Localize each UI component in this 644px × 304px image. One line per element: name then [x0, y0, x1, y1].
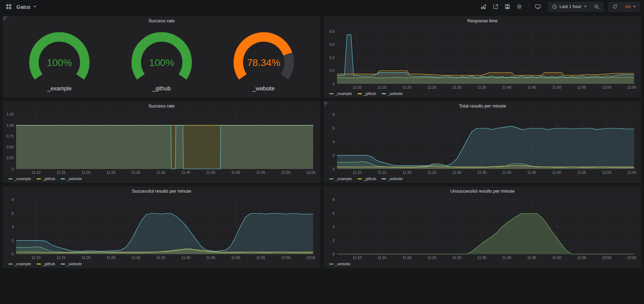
panel-success-rate-graph: Success rate 11:1011:1511:2011:2511:3011… — [3, 101, 320, 183]
panel-info-icon[interactable] — [3, 16, 9, 22]
legend-item-_example[interactable]: _example — [329, 177, 352, 181]
series-area-_website — [337, 214, 634, 254]
chart-canvas[interactable]: 11:1011:1511:2011:2511:3011:3511:4011:45… — [3, 109, 320, 176]
x-tick-label: 11:25 — [427, 255, 437, 260]
y-tick-label: 0 — [332, 82, 335, 86]
refresh-interval-picker[interactable]: 1m — [621, 2, 640, 12]
panel-unsuccessful-results: Unsuccessful results per minute 11:1011:… — [324, 186, 641, 268]
x-tick-label: 12:05 — [627, 85, 636, 89]
x-tick-label: 11:50 — [552, 255, 561, 260]
chart-canvas[interactable]: 11:1011:1511:2011:2511:3011:3511:4011:45… — [324, 24, 641, 91]
legend-item-_github[interactable]: _github — [37, 177, 55, 181]
x-tick-label: 11:40 — [502, 85, 511, 89]
panel-title[interactable]: Success rate — [3, 16, 320, 24]
refresh-button[interactable] — [609, 2, 621, 12]
x-tick-label: 11:15 — [57, 255, 66, 260]
legend-item-_example[interactable]: _example — [329, 91, 352, 96]
x-tick-label: 11:50 — [552, 170, 561, 175]
gauge-_github: 100%_github — [116, 30, 207, 92]
legend-item-_example[interactable]: _example — [8, 177, 31, 181]
x-tick-label: 11:10 — [352, 255, 361, 260]
dashboards-grid-icon[interactable] — [4, 3, 13, 10]
x-tick-label: 11:10 — [352, 85, 361, 89]
time-range-caret-down-icon — [584, 6, 587, 7]
legend-item-_website[interactable]: _website — [382, 91, 403, 96]
x-tick-label: 12:00 — [281, 170, 290, 175]
x-tick-label: 12:00 — [602, 85, 611, 89]
x-tick-label: 11:50 — [231, 255, 240, 260]
legend-swatch — [329, 178, 334, 179]
panel-title[interactable]: Unsuccessful results per minute — [324, 186, 641, 194]
y-tick-label: 0.8 — [329, 29, 335, 34]
add-panel-button[interactable] — [479, 2, 489, 11]
chart-canvas[interactable]: 11:1011:1511:2011:2511:3011:3511:4011:45… — [3, 194, 320, 261]
time-range-picker[interactable]: Last 1 hour — [548, 2, 591, 12]
cycle-view-button[interactable] — [533, 2, 543, 11]
legend-item-_website[interactable]: _website — [61, 177, 82, 181]
panel-total-results: Total results per minute 11:1011:1511:20… — [324, 101, 641, 183]
legend-swatch — [8, 264, 13, 265]
legend-item-_github[interactable]: _github — [37, 262, 55, 266]
x-tick-label: 11:35 — [477, 170, 486, 175]
legend-series-name: _github — [364, 177, 376, 181]
x-tick-label: 11:45 — [206, 170, 215, 175]
legend-swatch — [8, 178, 13, 179]
legend-series-name: _github — [364, 91, 376, 96]
panel-title[interactable]: Success rate — [3, 101, 320, 109]
zoom-out-button[interactable] — [591, 2, 603, 12]
x-tick-label: 12:00 — [602, 170, 611, 175]
x-tick-label: 11:30 — [131, 255, 140, 260]
legend-item-_website[interactable]: _website — [329, 262, 350, 266]
panel-successful-results: Successful results per minute 11:1011:15… — [3, 186, 320, 268]
legend-item-_github[interactable]: _github — [358, 177, 376, 181]
legend-item-_github[interactable]: _github — [358, 91, 376, 96]
legend-item-_example[interactable]: _example — [8, 262, 31, 266]
y-tick-label: 0.6 — [329, 42, 335, 46]
navbar-divider — [528, 3, 529, 10]
x-tick-label: 11:40 — [502, 170, 511, 175]
y-tick-label: 0 — [12, 252, 14, 256]
x-tick-label: 12:00 — [602, 255, 611, 260]
save-icon — [505, 4, 510, 9]
legend: _example_github_website — [324, 91, 641, 98]
dashboard-settings-button[interactable] — [514, 2, 524, 11]
chart-body-unsuccessful-results[interactable]: 11:1011:1511:2011:2511:3011:3511:4011:45… — [324, 194, 641, 261]
chart-canvas[interactable]: 11:1011:1511:2011:2511:3011:3511:4011:45… — [324, 109, 641, 176]
panel-title[interactable]: Successful results per minute — [3, 186, 320, 194]
panel-info-icon[interactable] — [324, 101, 330, 107]
clock-icon — [552, 4, 557, 9]
legend-item-_website[interactable]: _website — [382, 177, 403, 181]
chart-body-success-rate[interactable]: 11:1011:1511:2011:2511:3011:3511:4011:45… — [3, 109, 320, 176]
chart-body-response-time[interactable]: 11:1011:1511:2011:2511:3011:3511:4011:45… — [324, 24, 641, 91]
series-area-_website — [16, 125, 313, 169]
gauge-arc-_github: 100% — [116, 30, 207, 85]
dashboard-caret-down-icon[interactable] — [34, 6, 36, 7]
refresh-icon — [613, 4, 617, 9]
gauge-label: _example — [47, 86, 72, 92]
share-dashboard-button[interactable] — [491, 2, 500, 11]
x-tick-label: 11:45 — [527, 255, 536, 260]
panel-title[interactable]: Response time — [324, 16, 641, 24]
refresh-interval-caret-down-icon — [633, 6, 636, 7]
add-panel-icon — [481, 4, 486, 9]
dashboard-title[interactable]: Gatus — [16, 4, 30, 10]
panel-success-rate-gauges: Success rate 100%_example100%_github78.3… — [3, 16, 320, 98]
legend-swatch — [382, 178, 386, 179]
x-tick-label: 12:00 — [281, 255, 290, 260]
y-tick-label: 0 — [332, 167, 335, 171]
chart-body-successful-results[interactable]: 11:1011:1511:2011:2511:3011:3511:4011:45… — [3, 194, 320, 261]
legend: _website — [324, 261, 641, 268]
x-tick-label: 11:50 — [552, 85, 561, 89]
save-dashboard-button[interactable] — [503, 2, 512, 11]
x-tick-label: 11:35 — [477, 85, 486, 89]
gauge-arc-_website: 78.34% — [218, 30, 309, 85]
chart-canvas[interactable]: 11:1011:1511:2011:2511:3011:3511:4011:45… — [324, 194, 641, 261]
x-tick-label: 11:35 — [156, 170, 166, 175]
gauge-value: 100% — [149, 57, 174, 68]
panel-title[interactable]: Total results per minute — [324, 101, 641, 109]
gauge-label: _website — [253, 86, 275, 92]
chart-body-total-results[interactable]: 11:1011:1511:2011:2511:3011:3511:4011:45… — [324, 109, 641, 176]
x-tick-label: 12:05 — [627, 255, 636, 260]
legend-item-_website[interactable]: _website — [61, 262, 82, 266]
legend-swatch — [37, 264, 41, 265]
